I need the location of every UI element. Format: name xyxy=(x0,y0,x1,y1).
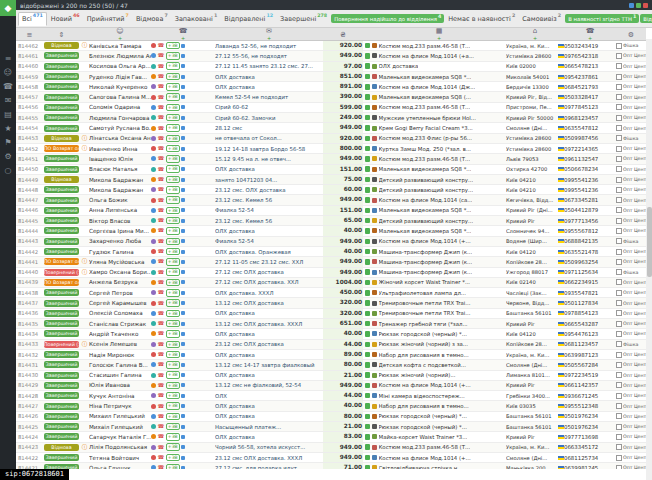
add-call-button[interactable]: +ЗВ xyxy=(166,248,180,256)
scrollbar-thumb[interactable] xyxy=(647,207,652,277)
order-row[interactable]: 814423ВідмоваⓘЛілія Подолянськая☎+ЗВЧорн… xyxy=(16,443,646,453)
call-icon[interactable]: ☎ xyxy=(158,239,165,244)
column-header-price[interactable]: ₴ xyxy=(323,32,363,39)
row-checkbox[interactable] xyxy=(616,413,622,419)
order-row[interactable]: 814431ЗавершенийГолосюк Галина В...☎+ЗВ1… xyxy=(16,360,646,370)
row-checkbox[interactable] xyxy=(616,249,622,255)
add-call-button[interactable]: +ЗВ xyxy=(166,299,180,307)
call-icon[interactable]: ☎ xyxy=(158,249,165,254)
order-row[interactable]: 814441ПО Возврат ож.ⓘУляна Мусійовська☎+… xyxy=(16,257,646,267)
add-call-button[interactable]: +ЗВ xyxy=(166,392,180,400)
call-icon[interactable]: ☎ xyxy=(158,95,165,100)
call-icon[interactable]: ☎ xyxy=(158,187,165,192)
order-row[interactable]: 814461ЗавершенийБлезнюк Людмила Ан...☎+З… xyxy=(16,51,646,61)
info-icon[interactable]: ⓘ xyxy=(80,135,89,142)
call-icon[interactable]: ☎ xyxy=(158,290,165,295)
add-call-button[interactable]: +ЗВ xyxy=(166,83,180,91)
call-icon[interactable]: ☎ xyxy=(158,218,165,223)
order-row[interactable]: 814425ЗавершенийМихаіл Гилецький☎+ЗВНасы… xyxy=(16,422,646,432)
order-row[interactable]: 814458ЗавершенийНиколай Кучеренко☎+ЗВОЛХ… xyxy=(16,82,646,92)
call-icon[interactable]: ☎ xyxy=(158,352,165,357)
order-row[interactable]: 814444ЗавершенийСергєєва Ірина Ми...☎+ЗВ… xyxy=(16,226,646,236)
info-icon[interactable]: ⓘ xyxy=(80,444,89,451)
add-call-button[interactable]: +ЗВ xyxy=(166,454,180,462)
call-icon[interactable]: ☎ xyxy=(158,270,165,275)
order-row[interactable]: 814433Повернений (з...ⓘКсенія Лемешев☎+З… xyxy=(16,340,646,350)
tab-in-stock-ttn[interactable]: В наявності згідно ТТН1 xyxy=(565,14,639,23)
call-icon[interactable]: ☎ xyxy=(158,362,165,367)
order-row[interactable]: 814448ЗавершенийМикола Бадражан☎+ЗВ23.12… xyxy=(16,185,646,195)
order-row[interactable]: 814442ЗавершенийГудзюк Галина☎+ЗВОЛХ дос… xyxy=(16,247,646,257)
row-checkbox[interactable] xyxy=(616,125,622,131)
menu-icon[interactable]: ≡ xyxy=(5,55,12,63)
add-call-button[interactable]: +ЗВ xyxy=(166,165,180,173)
order-row[interactable]: 814459ЗавершенийРуденко Лідія Гав...☎+ЗВ… xyxy=(16,72,646,82)
order-row[interactable]: 814434ЗавершенийАндрій Ткаченко☎+ЗВОЛХ д… xyxy=(16,329,646,339)
call-icon[interactable]: ☎ xyxy=(158,373,165,378)
call-icon[interactable]: ☎ xyxy=(158,331,165,336)
add-call-button[interactable]: +ЗВ xyxy=(166,238,180,246)
order-row[interactable]: 814439ПО Возврат ож.Анжела Безрука☎+ЗВ27… xyxy=(16,278,646,288)
add-call-button[interactable]: +ЗВ xyxy=(166,402,180,410)
order-row[interactable]: 814429ЗавершенийЮлія Иванова☎+ЗВ13.12 см… xyxy=(16,381,646,391)
add-call-button[interactable]: +ЗВ xyxy=(166,145,180,153)
call-icon[interactable]: ☎ xyxy=(158,53,165,58)
call-icon[interactable]: ☎ xyxy=(158,43,165,48)
row-checkbox[interactable] xyxy=(616,187,622,193)
add-call-button[interactable]: +ЗВ xyxy=(166,124,180,132)
row-checkbox[interactable] xyxy=(616,393,622,399)
column-header-contact[interactable]: ☎+ xyxy=(151,28,215,42)
add-call-button[interactable]: +ЗВ xyxy=(166,42,180,50)
topbar-tool-icon-2[interactable] xyxy=(643,3,648,8)
order-row[interactable]: 814436ЗавершенийОлексій Соломаха☎+ЗВОЛХ … xyxy=(16,309,646,319)
sip-call-indicator[interactable]: sip:0672818601 xyxy=(0,469,69,480)
tab-return-arrived[interactable]: Повернення надійшло до відділення4 xyxy=(331,14,444,23)
tab-accepted[interactable]: Прийнятий7 xyxy=(84,13,132,25)
order-row[interactable]: 814457ЗавершенийСалогова Галина М...☎+ЗВ… xyxy=(16,92,646,102)
column-header-status[interactable]: ⇕ xyxy=(43,32,80,39)
row-checkbox[interactable] xyxy=(616,321,622,327)
row-checkbox[interactable] xyxy=(616,372,622,378)
row-checkbox[interactable] xyxy=(616,290,622,296)
row-checkbox[interactable] xyxy=(616,269,622,275)
topbar-tool-icon-0[interactable] xyxy=(629,3,634,8)
add-call-button[interactable]: +ЗВ xyxy=(166,114,180,122)
add-call-button[interactable]: +ЗВ xyxy=(166,320,180,328)
tab-all[interactable]: Всі471 xyxy=(18,12,47,26)
order-row[interactable]: 814462ВідмоваⓘКанівська Тамара☎+ЗВЛаванд… xyxy=(16,41,646,51)
call-icon[interactable]: ☎ xyxy=(158,208,165,213)
tab-refused[interactable]: Відмова7 xyxy=(133,13,171,25)
add-call-button[interactable]: +ЗВ xyxy=(166,330,180,338)
call-icon[interactable]: ☎ xyxy=(158,64,165,69)
tab-pickup[interactable]: Самовивіз2 xyxy=(519,13,564,25)
tab-sent[interactable]: Відправлені12 xyxy=(221,13,276,25)
row-checkbox[interactable] xyxy=(616,74,622,80)
row-checkbox[interactable] xyxy=(616,177,622,183)
call-icon[interactable]: ☎ xyxy=(158,177,165,182)
app-logo-icon[interactable]: ◆ xyxy=(0,0,16,16)
row-checkbox[interactable] xyxy=(616,43,622,49)
calls-icon[interactable]: ☎ xyxy=(3,83,13,91)
order-row[interactable]: 814456ЗавершенийСоломія Одарина☎+ЗВСірий… xyxy=(16,103,646,113)
add-call-button[interactable]: +ЗВ xyxy=(166,351,180,359)
add-call-button[interactable]: +ЗВ xyxy=(166,341,180,349)
row-checkbox[interactable] xyxy=(616,207,622,213)
row-checkbox[interactable] xyxy=(616,331,622,337)
row-checkbox[interactable] xyxy=(616,146,622,152)
tab-send-after-call[interactable]: Відправка після дзвінка1 xyxy=(640,14,652,23)
add-call-button[interactable]: +ЗВ xyxy=(166,413,180,421)
add-call-button[interactable]: +ЗВ xyxy=(166,433,180,441)
order-row[interactable]: 814435ЗавершенийСтаніслав Стрижак☎+ЗВ13.… xyxy=(16,319,646,329)
order-row[interactable]: 814446ЗавершенийАнна Липенська☎+ЗВФиалка… xyxy=(16,206,646,216)
order-row[interactable]: 814422ЗавершенийТетяна Войтович☎+ЗВ23.12… xyxy=(16,453,646,463)
row-checkbox[interactable] xyxy=(616,362,622,368)
call-icon[interactable]: ☎ xyxy=(158,280,165,285)
reports-icon[interactable]: ▤ xyxy=(4,111,12,119)
add-call-button[interactable]: +ЗВ xyxy=(166,423,180,431)
add-call-button[interactable]: +ЗВ xyxy=(166,310,180,318)
row-checkbox[interactable] xyxy=(616,455,622,461)
row-checkbox[interactable] xyxy=(616,135,622,141)
add-call-button[interactable]: +ЗВ xyxy=(166,258,180,266)
add-call-button[interactable]: +ЗВ xyxy=(166,93,180,101)
add-call-button[interactable]: +ЗВ xyxy=(166,268,180,276)
